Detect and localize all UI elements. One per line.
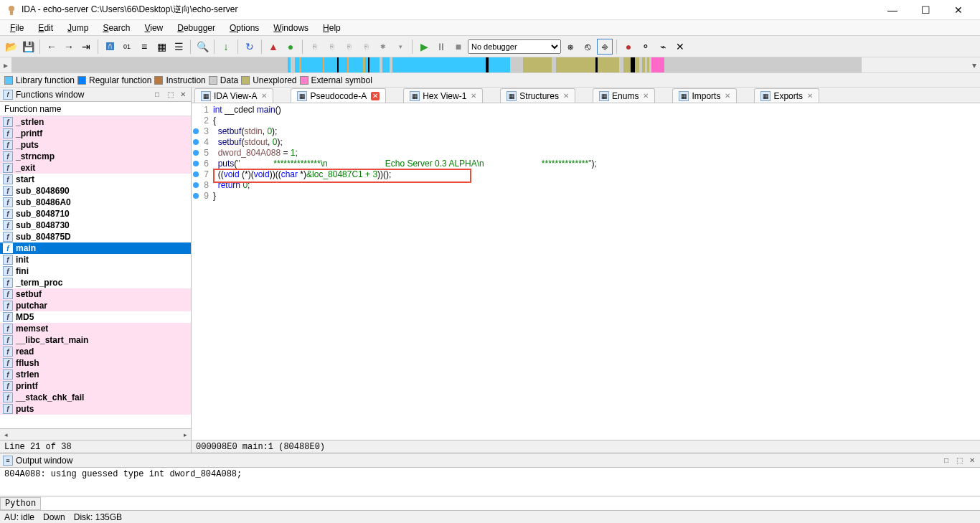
func-row[interactable]: f_exit bbox=[0, 162, 191, 174]
func-row[interactable]: fstart bbox=[0, 174, 191, 185]
tab-close-icon[interactable]: ✕ bbox=[563, 92, 569, 100]
dbg-opt2-icon[interactable]: ⎋ bbox=[580, 39, 595, 55]
tab-close-icon[interactable]: ✕ bbox=[471, 92, 476, 100]
tab-close-icon[interactable]: ✕ bbox=[643, 92, 649, 100]
tab-structures[interactable]: ▦Structures✕ bbox=[500, 88, 575, 103]
zoom-in-icon[interactable]: 🔍 bbox=[194, 39, 210, 55]
func-row[interactable]: f_strlen bbox=[0, 116, 191, 128]
func-row[interactable]: f_puts bbox=[0, 139, 191, 151]
pseudocode-view[interactable]: 1int __cdecl main()2{3 setbuf(stdin, 0);… bbox=[192, 103, 980, 440]
code-line[interactable]: 3 setbuf(stdin, 0); bbox=[192, 126, 980, 137]
tool-text-icon[interactable]: ≡ bbox=[136, 39, 152, 55]
save-icon[interactable]: 💾 bbox=[20, 39, 36, 55]
pane-opts-icon[interactable]: □ bbox=[152, 90, 162, 100]
code-f-icon[interactable]: ✱ bbox=[375, 39, 391, 55]
pane-close-icon[interactable]: ✕ bbox=[178, 90, 188, 100]
dbg-pause-icon[interactable]: ⏸ bbox=[433, 39, 449, 55]
nav-fwd-icon[interactable]: → bbox=[61, 39, 77, 55]
code-line[interactable]: 4 setbuf(stdout, 0); bbox=[192, 137, 980, 148]
func-row[interactable]: fmemset bbox=[0, 323, 191, 334]
dbg-opt3-icon[interactable]: ⎆ bbox=[597, 39, 613, 55]
menu-view[interactable]: View bbox=[137, 22, 170, 34]
nav-fwd2-icon[interactable]: ⇥ bbox=[78, 39, 94, 55]
tool-graph-icon[interactable]: ▦ bbox=[154, 39, 169, 55]
tab-pseudocode-a[interactable]: ▦Pseudocode-A✕ bbox=[291, 88, 386, 103]
menu-help[interactable]: Help bbox=[316, 22, 348, 34]
out-opts-icon[interactable]: □ bbox=[941, 456, 951, 466]
func-row[interactable]: f_term_proc bbox=[0, 277, 191, 288]
func-row[interactable]: fmain bbox=[0, 242, 191, 254]
tab-close-icon[interactable]: ✕ bbox=[261, 92, 267, 100]
code-h-icon[interactable]: ⎘ bbox=[358, 39, 374, 55]
output-body[interactable]: 804A088: using guessed type int dword_80… bbox=[0, 468, 980, 496]
tool-bin-icon[interactable]: 01 bbox=[119, 39, 135, 55]
nav-bar[interactable]: ▸ ▾ bbox=[0, 57, 980, 73]
func-row[interactable]: fputchar bbox=[0, 300, 191, 311]
func-row[interactable]: fMD5 bbox=[0, 311, 191, 323]
menu-options[interactable]: Options bbox=[222, 22, 266, 34]
menu-file[interactable]: File bbox=[3, 22, 31, 34]
func-row[interactable]: fread bbox=[0, 346, 191, 357]
close-button[interactable]: ✕ bbox=[943, 1, 974, 19]
func-row[interactable]: fsub_8048710 bbox=[0, 208, 191, 220]
pane-pin-icon[interactable]: ⬚ bbox=[165, 90, 175, 100]
python-input[interactable] bbox=[41, 496, 980, 510]
func-row[interactable]: f__libc_start_main bbox=[0, 334, 191, 346]
func-row[interactable]: ffflush bbox=[0, 357, 191, 369]
func-row[interactable]: fsub_804875D bbox=[0, 231, 191, 242]
step-down-icon[interactable]: ↓ bbox=[218, 39, 234, 55]
bp4-icon[interactable]: ✕ bbox=[672, 39, 688, 55]
bp-icon[interactable]: ● bbox=[621, 39, 636, 55]
convert-icon[interactable]: ↻ bbox=[242, 39, 258, 55]
code-line[interactable]: 9} bbox=[192, 191, 980, 202]
func-row[interactable]: f__stack_chk_fail bbox=[0, 392, 191, 403]
tab-close-icon[interactable]: ✕ bbox=[725, 92, 730, 100]
out-pin-icon[interactable]: ⬚ bbox=[954, 456, 964, 466]
code-line[interactable]: 7 ((void (*)(void))((char *)&loc_80487C1… bbox=[192, 169, 980, 180]
menu-debugger[interactable]: Debugger bbox=[170, 22, 222, 34]
menu-search[interactable]: Search bbox=[95, 22, 137, 34]
bp3-icon[interactable]: ⌁ bbox=[655, 39, 671, 55]
func-row[interactable]: f_printf bbox=[0, 128, 191, 139]
dbg-run-icon[interactable]: ▶ bbox=[416, 39, 432, 55]
code-x-icon[interactable]: ⎘ bbox=[324, 39, 339, 55]
nav-left-icon[interactable]: ▸ bbox=[0, 57, 11, 72]
run-dot-icon[interactable]: ● bbox=[283, 39, 298, 55]
code-dn-icon[interactable]: ▾ bbox=[392, 39, 408, 55]
func-row[interactable]: ffini bbox=[0, 265, 191, 277]
dbg-opt1-icon[interactable]: ⎈ bbox=[562, 39, 578, 55]
code-line[interactable]: 1int __cdecl main() bbox=[192, 105, 980, 116]
debugger-select[interactable]: No debugger bbox=[468, 39, 561, 54]
tab-close-icon[interactable]: ✕ bbox=[807, 92, 813, 100]
nav-right-icon[interactable]: ▾ bbox=[969, 57, 980, 72]
func-row[interactable]: fputs bbox=[0, 403, 191, 415]
tab-close-icon[interactable]: ✕ bbox=[371, 92, 380, 100]
maximize-button[interactable]: ☐ bbox=[910, 1, 941, 19]
python-label[interactable]: Python bbox=[0, 497, 41, 510]
func-row[interactable]: fsub_8048730 bbox=[0, 220, 191, 231]
tab-ida-view-a[interactable]: ▦IDA View-A✕ bbox=[194, 88, 273, 103]
func-row[interactable]: fprintf bbox=[0, 380, 191, 392]
func-row[interactable]: fstrlen bbox=[0, 369, 191, 380]
code-line[interactable]: 6 puts(" **************\n Echo Server 0.… bbox=[192, 159, 980, 169]
func-row[interactable]: fsub_80486A0 bbox=[0, 197, 191, 208]
dbg-stop-icon[interactable]: ■ bbox=[451, 39, 466, 55]
tab-enums[interactable]: ▦Enums✕ bbox=[593, 88, 655, 103]
bp2-icon[interactable]: ⚬ bbox=[638, 39, 654, 55]
tab-hex-view-1[interactable]: ▦Hex View-1✕ bbox=[403, 88, 483, 103]
menu-windows[interactable]: Windows bbox=[266, 22, 316, 34]
tab-imports[interactable]: ▦Imports✕ bbox=[672, 88, 737, 103]
open-icon[interactable]: 📂 bbox=[3, 39, 19, 55]
func-row[interactable]: finit bbox=[0, 254, 191, 265]
col-header[interactable]: Function name bbox=[0, 102, 191, 116]
tool-a-icon[interactable]: 🅰 bbox=[102, 39, 118, 55]
code-t-icon[interactable]: ⎘ bbox=[341, 39, 357, 55]
code-line[interactable]: 8 return 0; bbox=[192, 180, 980, 191]
tab-exports[interactable]: ▦Exports✕ bbox=[754, 88, 819, 103]
menu-edit[interactable]: Edit bbox=[31, 22, 60, 34]
code-d-icon[interactable]: ⎘ bbox=[306, 39, 322, 55]
code-line[interactable]: 2{ bbox=[192, 116, 980, 126]
hscroll[interactable]: ◂▸ bbox=[0, 428, 191, 440]
out-close-icon[interactable]: ✕ bbox=[967, 456, 977, 466]
func-row[interactable]: fsetbuf bbox=[0, 288, 191, 300]
